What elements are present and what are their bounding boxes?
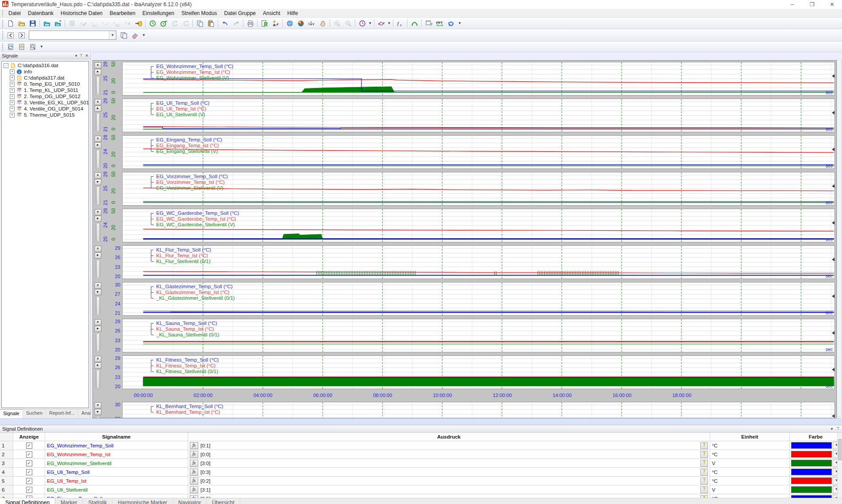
- help-button[interactable]: ?: [700, 460, 708, 467]
- scrollbar-thumb[interactable]: [838, 439, 842, 460]
- minimize-button[interactable]: –: [782, 0, 802, 9]
- color-cell[interactable]: ▼: [790, 485, 842, 494]
- globe-button[interactable]: [284, 18, 295, 28]
- menu-datenbank[interactable]: Datenbank: [24, 10, 57, 17]
- doc-clock-button[interactable]: [16, 42, 27, 52]
- strip-expand-button[interactable]: ▸: [95, 106, 101, 112]
- menu-ansicht[interactable]: Ansicht: [259, 10, 284, 17]
- clock-green-button[interactable]: [147, 18, 158, 28]
- fx-button[interactable]: fx: [190, 495, 198, 498]
- strip-scale-slider[interactable]: [96, 114, 100, 131]
- panel-tab-report-inf[interactable]: Report-Inf...: [46, 409, 78, 418]
- signal-color-swatch[interactable]: [791, 469, 832, 475]
- tree-item-c-dat-pda317-dat[interactable]: +C:\dat\pda317.dat: [3, 75, 88, 81]
- color-cell[interactable]: ▼: [790, 468, 842, 476]
- fx-button[interactable]: fx: [190, 486, 198, 493]
- display-checkbox[interactable]: ✓: [26, 460, 32, 466]
- strip-plot[interactable]: EG_Vorzimmer_Temp_Soll (°C)EG_Vorzimmer_…: [122, 172, 835, 206]
- unit-cell[interactable]: °C: [710, 441, 790, 450]
- strip-close-button[interactable]: x: [95, 172, 101, 179]
- strip-close-button[interactable]: x: [95, 356, 101, 362]
- save-button[interactable]: [27, 18, 38, 28]
- fx-button[interactable]: fx: [190, 477, 198, 485]
- tree-item-2-temp-og-udp-5012[interactable]: +UDP2. Temp_OG_UDP_5012: [3, 93, 88, 99]
- combobox-dropdown-icon[interactable]: ▼: [109, 31, 116, 39]
- chart-vertical-scrollbar[interactable]: [837, 59, 842, 416]
- tree-expander-icon[interactable]: +: [10, 69, 15, 74]
- signal-name-cell[interactable]: EG_Wohnzimmer_Temp_Ist: [45, 450, 188, 458]
- signal-name-cell[interactable]: EG_Uli_Stellventil: [45, 485, 188, 494]
- time-clock-dropdown[interactable]: ▼: [368, 21, 373, 25]
- strip-expand-button[interactable]: ▸: [95, 216, 101, 222]
- unit-cell[interactable]: °C: [710, 450, 790, 458]
- menu-streifen-modus[interactable]: Streifen Modus: [178, 10, 221, 17]
- arc-green-button[interactable]: [409, 18, 420, 28]
- signal-color-swatch[interactable]: [791, 460, 832, 466]
- help-button[interactable]: ?: [700, 442, 708, 449]
- bottom-tab-navigator[interactable]: Navigator: [173, 498, 207, 504]
- strip-scale-slider[interactable]: [96, 150, 100, 168]
- tree-item-3-ventile-eg-kl-udp-5013[interactable]: +UDP3. Ventile_EG_KL_UDP_5013: [3, 99, 88, 106]
- toolbar-overflow-button[interactable]: ▼: [141, 33, 146, 37]
- toolbar-overflow-button[interactable]: ▼: [39, 45, 44, 49]
- tree-expander-icon[interactable]: +: [10, 100, 15, 105]
- unit-cell[interactable]: °C: [710, 477, 790, 485]
- chart-area[interactable]: x▸29252150200EG_Wohnzimmer_Temp_Soll (°C…: [91, 52, 842, 418]
- color-cell[interactable]: ▼: [790, 477, 842, 485]
- fx-button[interactable]: fx: [190, 460, 198, 467]
- panel-pin-icon[interactable]: ⊤: [836, 427, 840, 431]
- unit-cell[interactable]: °C: [710, 494, 790, 498]
- panel-pin-icon[interactable]: ⊤: [80, 53, 83, 58]
- strip-plot[interactable]: KL_Sauna_Temp_Soll (°C)KL_Sauna_Temp_Ist…: [122, 319, 835, 352]
- clock-green-add-button[interactable]: ++: [158, 18, 169, 28]
- new-file-button[interactable]: [5, 18, 16, 28]
- expression-cell[interactable]: fx[3:0]?: [188, 459, 710, 467]
- report-r-button[interactable]: R: [259, 18, 270, 28]
- pan-hand-button[interactable]: [317, 18, 328, 28]
- unit-cell[interactable]: V: [710, 459, 790, 467]
- display-checkbox[interactable]: ✓: [26, 469, 32, 475]
- strip-close-button[interactable]: x: [95, 209, 101, 215]
- menu-datei[interactable]: Datei: [5, 10, 24, 17]
- analyzer-info-button[interactable]: [270, 18, 281, 28]
- fx-button[interactable]: fx: [190, 442, 198, 449]
- doc-search-button[interactable]: [27, 42, 38, 52]
- unit-cell[interactable]: V: [710, 485, 790, 494]
- tree-expander-icon[interactable]: +: [10, 113, 15, 118]
- expression-cell[interactable]: fx[0:2]?: [188, 477, 710, 485]
- signal-name-cell[interactable]: EG_Eingang_Temp_Soll: [45, 494, 188, 498]
- fx-button[interactable]: fx: [395, 18, 406, 28]
- strip-close-button[interactable]: x: [95, 402, 101, 409]
- print-button[interactable]: [245, 18, 256, 28]
- strip-expand-button[interactable]: ▸: [95, 252, 101, 259]
- display-checkbox[interactable]: ✓: [26, 451, 32, 458]
- copy-pages-button[interactable]: [118, 30, 129, 40]
- strip-close-button[interactable]: x: [95, 283, 101, 289]
- display-checkbox[interactable]: ✓: [26, 496, 32, 498]
- strip-expand-button[interactable]: ▸: [95, 69, 101, 75]
- tree-expander-icon[interactable]: +: [10, 94, 15, 99]
- color-cell[interactable]: ▼: [790, 450, 842, 458]
- strip-plot[interactable]: KL_Gästezimmer_Temp_Soll (°C)KL_Gästezim…: [122, 282, 835, 316]
- color-cell[interactable]: ▼: [790, 441, 842, 450]
- strip-scale-slider[interactable]: [96, 260, 100, 278]
- tree-expander-icon[interactable]: +: [10, 82, 15, 87]
- panel-dropdown-icon[interactable]: ▾: [75, 53, 77, 58]
- bottom-tab-marker[interactable]: Marker: [55, 498, 83, 504]
- strip-close-button[interactable]: x: [95, 99, 101, 105]
- strip-expand-button[interactable]: ▸: [95, 289, 101, 295]
- expression-cell[interactable]: fx[0:5]?: [188, 494, 710, 498]
- strip-expand-button[interactable]: ▸: [95, 409, 101, 415]
- signal-color-swatch[interactable]: [791, 451, 832, 458]
- strip-plot[interactable]: EG_Wohnzimmer_Temp_Soll (°C)EG_Wohnzimme…: [122, 62, 835, 95]
- strip-scale-slider[interactable]: [96, 224, 100, 241]
- color-cell[interactable]: ▼: [790, 494, 842, 498]
- strip-expand-button[interactable]: ▸: [95, 326, 101, 332]
- open-dat-add-button[interactable]: ++: [52, 18, 63, 28]
- panel-tab-suchen[interactable]: Suchen: [23, 409, 46, 418]
- tree-item-5-therme-udp-5015[interactable]: +UDP5. Therme_UDP_5015: [3, 112, 88, 118]
- strip-close-button[interactable]: x: [95, 319, 101, 325]
- fft-button[interactable]: FFT: [434, 18, 445, 28]
- open-dat-button[interactable]: [41, 18, 52, 28]
- bottom-tab-signal-definitionen[interactable]: Signal Definitionen: [0, 498, 55, 504]
